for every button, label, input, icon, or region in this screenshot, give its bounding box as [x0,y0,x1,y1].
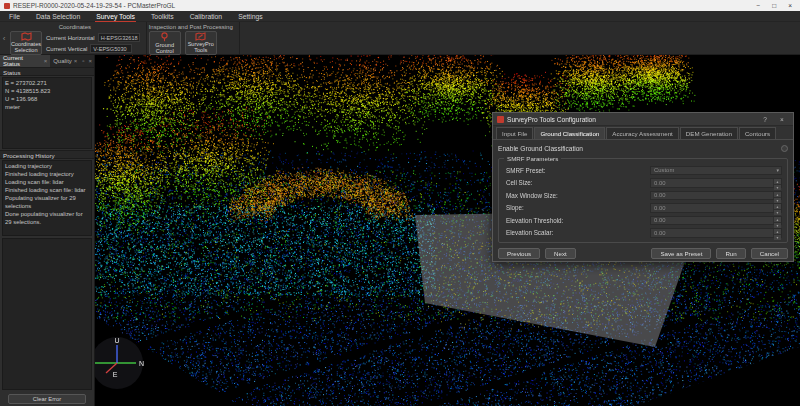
dialog-footer: Previous Next Save as Preset Run Cancel [493,245,793,261]
menu-bar: File Data Selection Survey Tools Toolkit… [0,11,800,22]
ribbon: ‹ Coordinates Coordinates Selection Curr… [0,22,800,55]
next-button[interactable]: Next [545,248,576,259]
ground-control-label: Ground Control [155,43,174,55]
menu-survey-tools[interactable]: Survey Tools [95,12,136,21]
log-line: Populating visualizer for 29 selections [5,195,89,211]
tab-input-file[interactable]: Input File [496,127,533,139]
spin-down-icon[interactable]: ▾ [774,234,781,240]
dialog-title-bar[interactable]: SurveyPro Tools Configuration ? × [493,113,793,126]
max-window-size-value: 0.00 [654,192,665,198]
spin-down-icon[interactable]: ▾ [774,222,781,228]
group-label: Inspection and Post Processing [149,23,233,31]
panel-close-icon[interactable]: × [86,55,94,67]
enable-ground-classification-label: Enable Ground Classification [498,145,583,152]
east-axis-label: E [113,371,118,378]
coordinates-selection-button[interactable]: Coordinates Selection [10,31,42,55]
tab-close-icon[interactable]: × [74,58,78,64]
status-readout: E = 273702.271 N = 4138515.823 U = 136.9… [2,77,92,149]
tab-quality[interactable]: Quality × [50,55,80,67]
max-window-size-input[interactable]: 0.00 ▴▾ [650,191,782,201]
processing-history-log: Loading trajectory Finished loading traj… [2,160,92,236]
panel-empty-area [2,238,92,390]
tab-ground-classification[interactable]: Ground Classification [534,127,605,139]
maximize-icon[interactable]: □ [772,2,776,9]
status-up: U = 136.968 [5,96,89,104]
coordinates-selection-label: Coordinates Selection [11,42,41,54]
ground-control-icon [160,32,169,42]
elevation-threshold-value: 0.00 [654,217,665,223]
surveypro-tools-icon [195,32,206,41]
status-easting: E = 273702.271 [5,80,89,88]
group-label: Coordinates [10,23,140,31]
app-icon [4,3,10,9]
tab-current-status[interactable]: Current Status × [0,55,50,67]
close-icon[interactable]: × [788,2,792,9]
elevation-scalar-value: 0.00 [654,230,665,236]
tab-label: Current Status [3,55,42,67]
dialog-close-icon[interactable]: × [775,116,789,123]
menu-calibration[interactable]: Calibration [189,12,224,21]
current-horizontal-value[interactable]: H-EPSG32618 [98,33,140,42]
cell-size-label: Cell Size: [506,179,533,186]
enable-ground-classification-toggle[interactable] [781,145,788,152]
dialog-help-icon[interactable]: ? [758,116,772,123]
menu-data-selection[interactable]: Data Selection [35,12,81,21]
tab-contours[interactable]: Contours [739,127,776,139]
status-section-header: Status [0,67,94,76]
left-panel: Current Status × Quality × ▫ × Status E … [0,55,95,406]
cancel-button[interactable]: Cancel [751,248,788,259]
surveypro-tools-button[interactable]: SurveyPro Tools [185,31,217,55]
dialog-title: SurveyPro Tools Configuration [507,116,755,123]
spin-down-icon[interactable]: ▾ [774,184,781,190]
log-line: Finished loading scan file: lidar [5,187,89,195]
max-window-size-label: Max Window Size: [506,192,558,199]
slope-value: 0.00 [654,205,665,211]
surveypro-tools-label: SurveyPro Tools [188,42,214,54]
window-title: RESEPI-R0000-2020-05-24-19-29-54 - PCMas… [13,2,756,9]
smrf-preset-select[interactable]: Custom ▾ [650,166,782,176]
ground-control-button[interactable]: Ground Control [149,31,181,55]
status-units: meter [5,104,89,112]
menu-file[interactable]: File [8,12,21,21]
smrf-parameters-label: SMRF Parameters [504,155,561,162]
previous-button[interactable]: Previous [498,248,540,259]
dialog-icon [497,116,504,123]
spin-down-icon[interactable]: ▾ [774,197,781,203]
elevation-threshold-label: Elevation Threshold: [506,217,563,224]
menu-toolkits[interactable]: Toolkits [150,12,175,21]
tab-accuracy-assessment[interactable]: Accuracy Assessment [606,127,679,139]
slope-input[interactable]: 0.00 ▴▾ [650,203,782,213]
elevation-threshold-input[interactable]: 0.00 ▴▾ [650,216,782,226]
coordinates-selection-icon [21,32,32,41]
up-axis-label: U [114,337,119,344]
elevation-scalar-input[interactable]: 0.00 ▴▾ [650,228,782,238]
title-bar[interactable]: RESEPI-R0000-2020-05-24-19-29-54 - PCMas… [0,0,800,11]
menu-settings[interactable]: Settings [237,12,264,21]
surveypro-tools-configuration-dialog: SurveyPro Tools Configuration ? × Input … [492,112,794,262]
ribbon-collapse-icon[interactable]: ‹ [0,22,8,54]
status-northing: N = 4138515.823 [5,88,89,96]
tab-dem-generation[interactable]: DEM Generation [680,127,738,139]
chevron-down-icon: ▾ [776,167,779,173]
log-line: Loading trajectory [5,163,89,171]
current-horizontal-label: Current Horizontal [46,35,95,41]
dialog-tab-bar: Input File Ground Classification Accurac… [493,126,793,139]
log-line: Done populating visualizer for 29 select… [5,211,89,227]
log-line: Loading scan file: lidar [5,179,89,187]
slope-label: Slope: [506,204,524,211]
cell-size-input[interactable]: 0.00 ▴▾ [650,178,782,188]
run-button[interactable]: Run [716,248,745,259]
current-vertical-value[interactable]: V-EPSG5030 [90,44,132,53]
application-window: RESEPI-R0000-2020-05-24-19-29-54 - PCMas… [0,0,800,406]
log-line: Finished loading trajectory [5,171,89,179]
clear-error-button[interactable]: Clear Error [8,394,86,404]
orientation-compass: U N E [95,333,147,391]
spin-down-icon[interactable]: ▾ [774,209,781,215]
minimize-icon[interactable]: − [756,2,760,9]
save-as-preset-button[interactable]: Save as Preset [651,248,711,259]
smrf-preset-value: Custom [654,167,674,173]
smrf-parameters-group: SMRF Parameters SMRF Preset: Custom ▾ Ce… [498,158,788,243]
current-vertical-label: Current Vertical [46,46,87,52]
cell-size-value: 0.00 [654,180,665,186]
tab-close-icon[interactable]: × [44,58,48,64]
